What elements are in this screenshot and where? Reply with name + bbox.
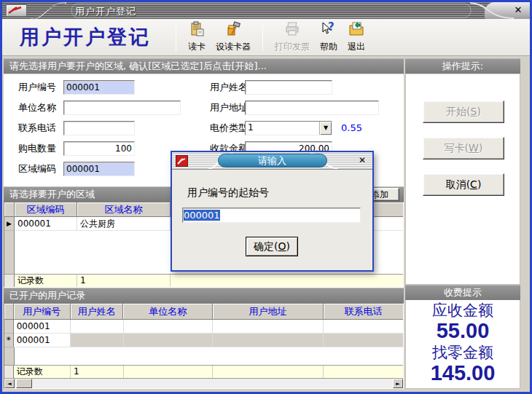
print-invoice-label: 打印发票 [275, 41, 310, 53]
exit-icon [348, 21, 364, 40]
current-row-marker: ▶ [4, 217, 15, 231]
receivable-label: 应收金额 [406, 301, 520, 320]
price-type-label: 电价类型 [210, 121, 248, 135]
setup-reader-button[interactable]: 设读卡器 [211, 20, 256, 55]
phone-input[interactable] [63, 121, 135, 135]
horizontal-scrollbar[interactable]: ◄ ► [4, 378, 403, 388]
chevron-down-icon[interactable]: ▼ [319, 122, 332, 135]
scroll-left-icon[interactable]: ◄ [4, 379, 15, 388]
toolbar-separator [262, 23, 263, 51]
area-table-footer: 记录数 1 [4, 274, 403, 287]
read-card-button[interactable]: 读卡 [183, 20, 211, 55]
exit-label: 退出 [348, 41, 365, 53]
area-code-label: 区域编码 [18, 162, 56, 176]
user-id-cell: 000001 [14, 320, 71, 334]
dialog-prompt: 用户编号的起始号 [187, 186, 269, 200]
area-section-title: 请选择要开户的区域 [9, 189, 95, 200]
input-dialog: 请输入 ✕ 用户编号的起始号 000001 确定(O) [171, 151, 374, 272]
price-type-value: 1 [246, 122, 319, 135]
start-button[interactable]: 开始(S) [423, 101, 504, 123]
user-name-label: 用户姓名 [210, 80, 248, 95]
address-label: 用户地址 [210, 101, 248, 115]
setup-reader-label: 设读卡器 [216, 41, 251, 53]
area-code-input[interactable] [63, 162, 135, 176]
record-count-label: 记录数 [15, 275, 77, 287]
toolbar-separator [176, 23, 176, 51]
print-invoice-button[interactable]: 打印发票 [270, 20, 315, 55]
fee-panel: 应收金额 55.00 找零金额 145.00 [405, 300, 520, 389]
app-logo-icon [176, 155, 188, 167]
user-id-label: 用户编号 [18, 80, 56, 95]
table-row-new[interactable]: * 000001 [4, 334, 403, 347]
area-name-column-header: 区域名称 [77, 202, 171, 217]
qty-label: 购电数量 [18, 141, 56, 156]
scrollbar-thumb[interactable] [16, 379, 32, 388]
record-count-label: 记录数 [14, 366, 71, 378]
phone-column-header: 联系电话 [324, 304, 403, 320]
user-name-input[interactable] [245, 80, 332, 95]
form-section-header: 请先选择用户要开户的区域, 确认[区域已选定]后点击[开始]... [4, 58, 404, 74]
page-title: 用户开户登记 [20, 24, 169, 50]
setup-reader-icon [225, 21, 241, 40]
area-code-column-header: 区域编码 [15, 202, 77, 217]
exit-button[interactable]: 退出 [343, 20, 370, 55]
app-logo-icon [6, 4, 27, 17]
change-amount: 145.00 [406, 362, 520, 385]
table-row[interactable]: 000001 [4, 320, 403, 334]
user-records-table: 用户编号 用户姓名 单位名称 用户地址 联系电话 000001 * 000001 [4, 303, 404, 389]
record-count-value: 1 [77, 275, 171, 287]
price-rate-value: 0.55 [341, 121, 362, 135]
new-row-marker: * [4, 334, 14, 347]
window-title: 用户开户登记 [75, 5, 136, 18]
dialog-close-icon[interactable]: ✕ [357, 155, 367, 165]
marker-column-header [4, 202, 15, 217]
write-card-button[interactable]: 写卡(W) [423, 137, 504, 159]
ok-button[interactable]: 确定(O) [246, 237, 298, 256]
unit-name-label: 单位名称 [18, 101, 56, 115]
toolbar: 用户开户登记 读卡 [2, 19, 530, 56]
area-code-cell: 000001 [15, 217, 77, 231]
record-count-value: 1 [71, 366, 124, 378]
svg-text:?: ? [328, 21, 335, 34]
change-label: 找零金额 [406, 343, 520, 362]
titlebar: 用户开户登记 ✕ [2, 2, 530, 19]
qty-input[interactable] [63, 141, 135, 156]
help-label: 帮助 [320, 41, 337, 53]
user-name-column-header: 用户姓名 [71, 304, 124, 320]
unit-name-column-header: 单位名称 [123, 304, 212, 320]
print-invoice-icon [284, 21, 300, 40]
read-card-label: 读卡 [188, 41, 206, 53]
selected-input-text: 000001 [184, 210, 220, 221]
address-column-header: 用户地址 [213, 304, 324, 320]
dialog-titlebar: 请输入 ✕ [172, 152, 372, 170]
receivable-amount: 55.00 [406, 320, 520, 342]
app-window: 用户开户登记 ✕ 用户开户登记 读卡 [0, 0, 532, 394]
user-id-column-header: 用户编号 [14, 304, 71, 320]
records-section-header: 已开户的用户记录 [4, 288, 404, 303]
marker-column-header [4, 304, 14, 320]
close-icon[interactable]: ✕ [512, 4, 524, 16]
help-icon: ? [321, 21, 337, 40]
user-table-footer: 记录数 1 [4, 365, 403, 378]
help-button[interactable]: ? 帮助 [315, 20, 343, 55]
price-type-select[interactable]: 1 ▼ [245, 121, 332, 135]
cancel-button[interactable]: 取消(C) [423, 173, 504, 196]
start-number-input[interactable]: 000001 [182, 208, 361, 223]
dialog-title: 请输入 [218, 154, 327, 168]
ops-panel-header: 操作提示: [405, 58, 520, 74]
fee-panel-header: 收费提示 [405, 285, 520, 300]
user-id-cell: 000001 [14, 334, 71, 347]
ops-panel: 开始(S) 写卡(W) 取消(C) [405, 74, 520, 285]
scroll-right-icon[interactable]: ► [393, 379, 403, 388]
unit-name-input[interactable] [63, 101, 181, 115]
phone-label: 联系电话 [18, 121, 56, 135]
user-id-input[interactable] [63, 80, 135, 95]
area-name-cell: 公共厨房 [77, 217, 171, 231]
address-input[interactable] [245, 101, 379, 115]
read-card-icon [189, 21, 205, 40]
